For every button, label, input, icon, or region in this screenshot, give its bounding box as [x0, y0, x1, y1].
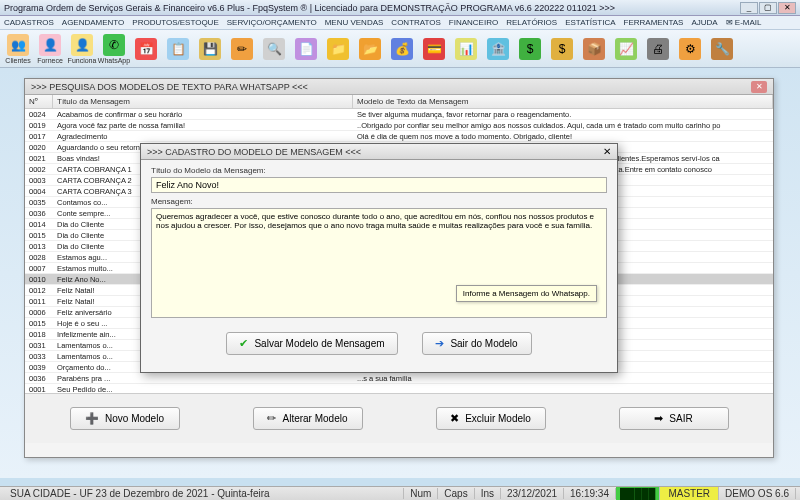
- col-modelo[interactable]: Modelo de Texto da Mensagem: [353, 95, 773, 108]
- toolbar-button[interactable]: 🏦: [484, 38, 512, 60]
- toolbar-icon: 📂: [359, 38, 381, 60]
- col-no[interactable]: Nº: [25, 95, 53, 108]
- menu-item[interactable]: SERVIÇO/ORÇAMENTO: [227, 18, 317, 27]
- panel-footer: ➕Novo Modelo ✏Alterar Modelo ✖Excluir Mo…: [25, 393, 773, 443]
- minimize-button[interactable]: _: [740, 2, 758, 14]
- table-row[interactable]: 0024Acabamos de confirmar o seu horárioS…: [25, 109, 773, 120]
- alterar-modelo-button[interactable]: ✏Alterar Modelo: [253, 407, 363, 430]
- salvar-modelo-button[interactable]: ✔Salvar Modelo de Mensagem: [226, 332, 397, 355]
- toolbar-button[interactable]: 📈: [612, 38, 640, 60]
- toolbar-icon: 📅: [135, 38, 157, 60]
- titulo-input[interactable]: [151, 177, 607, 193]
- status-master: MASTER: [660, 487, 719, 500]
- table-row[interactable]: 0001Seu Pedido de...: [25, 384, 773, 393]
- menubar: CADASTROSAGENDAMENTOPRODUTOS/ESTOQUESERV…: [0, 16, 800, 30]
- sair-button[interactable]: ➡SAIR: [619, 407, 729, 430]
- toolbar-button[interactable]: 📂: [356, 38, 384, 60]
- toolbar-button[interactable]: 💰: [388, 38, 416, 60]
- status-date: 23/12/2021: [501, 488, 564, 499]
- edit-icon: ✏: [267, 412, 276, 425]
- toolbar-icon: 👤: [39, 34, 61, 56]
- arrow-icon: ➔: [435, 337, 444, 350]
- toolbar-button[interactable]: 👥Clientes: [4, 34, 32, 64]
- toolbar-button[interactable]: ⚙: [676, 38, 704, 60]
- toolbar-icon: 👤: [71, 34, 93, 56]
- toolbar-button[interactable]: 📋: [164, 38, 192, 60]
- toolbar-button[interactable]: ✆WhatsApp: [100, 34, 128, 64]
- window-title: Programa Ordem de Serviços Gerais & Fina…: [4, 3, 740, 13]
- toolbar-button[interactable]: 📄: [292, 38, 320, 60]
- toolbar-button[interactable]: 🔍: [260, 38, 288, 60]
- toolbar-icon: $: [519, 38, 541, 60]
- toolbar-icon: 👥: [7, 34, 29, 56]
- status-progress: █████: [616, 487, 660, 500]
- toolbar-icon: 🏦: [487, 38, 509, 60]
- novo-modelo-button[interactable]: ➕Novo Modelo: [70, 407, 180, 430]
- status-caps: Caps: [438, 488, 474, 499]
- toolbar-button[interactable]: 📊: [452, 38, 480, 60]
- maximize-button[interactable]: ▢: [759, 2, 777, 14]
- modal-close-button[interactable]: ✕: [603, 146, 611, 157]
- toolbar-button[interactable]: 🖨: [644, 38, 672, 60]
- toolbar-icon: $: [551, 38, 573, 60]
- toolbar-icon: ⚙: [679, 38, 701, 60]
- toolbar-icon: ✆: [103, 34, 125, 56]
- menu-item[interactable]: PRODUTOS/ESTOQUE: [132, 18, 218, 27]
- toolbar-icon: 🔧: [711, 38, 733, 60]
- toolbar-icon: 💰: [391, 38, 413, 60]
- table-row[interactable]: 0017AgradecimentoOlá é dia de quem nos m…: [25, 131, 773, 142]
- status-left: SUA CIDADE - UF 23 de Dezembro de 2021 -…: [4, 488, 404, 499]
- titulo-label: Título do Modelo da Mensagem:: [151, 166, 607, 175]
- toolbar-icon: ✏: [231, 38, 253, 60]
- toolbar-icon: 📋: [167, 38, 189, 60]
- toolbar-button[interactable]: 💳: [420, 38, 448, 60]
- toolbar-button[interactable]: $: [548, 38, 576, 60]
- toolbar-button[interactable]: 🔧: [708, 38, 736, 60]
- toolbar-button[interactable]: ✏: [228, 38, 256, 60]
- delete-icon: ✖: [450, 412, 459, 425]
- sair-modelo-button[interactable]: ➔Sair do Modelo: [422, 332, 532, 355]
- toolbar-button[interactable]: $: [516, 38, 544, 60]
- table-row[interactable]: 0036Parabéns pra ......s a sua família: [25, 373, 773, 384]
- menu-item[interactable]: RELATÓRIOS: [506, 18, 557, 27]
- toolbar-icon: 🖨: [647, 38, 669, 60]
- table-row[interactable]: 0019Agora você faz parte de nossa famíli…: [25, 120, 773, 131]
- toolbar-icon: 📁: [327, 38, 349, 60]
- toolbar-button[interactable]: 📦: [580, 38, 608, 60]
- statusbar: SUA CIDADE - UF 23 de Dezembro de 2021 -…: [0, 486, 800, 500]
- menu-item[interactable]: FERRAMENTAS: [624, 18, 684, 27]
- check-icon: ✔: [239, 337, 248, 350]
- modal-body: Título do Modelo da Mensagem: Mensagem: …: [141, 160, 617, 326]
- menu-item[interactable]: FINANCEIRO: [449, 18, 498, 27]
- toolbar-icon: 📈: [615, 38, 637, 60]
- excluir-modelo-button[interactable]: ✖Excluir Modelo: [436, 407, 546, 430]
- toolbar-icon: 💾: [199, 38, 221, 60]
- status-time: 16:19:34: [564, 488, 616, 499]
- menu-item[interactable]: CONTRATOS: [391, 18, 440, 27]
- panel-header: >>> PESQUISA DOS MODELOS DE TEXTO PARA W…: [25, 79, 773, 95]
- toolbar-icon: 💳: [423, 38, 445, 60]
- panel-title: >>> PESQUISA DOS MODELOS DE TEXTO PARA W…: [31, 82, 751, 92]
- toolbar-button[interactable]: 💾: [196, 38, 224, 60]
- menu-item[interactable]: AGENDAMENTO: [62, 18, 125, 27]
- menu-item[interactable]: AJUDA: [691, 18, 717, 27]
- toolbar-icon: 📄: [295, 38, 317, 60]
- toolbar-button[interactable]: 📁: [324, 38, 352, 60]
- panel-close-button[interactable]: ✕: [751, 81, 767, 93]
- status-num: Num: [404, 488, 438, 499]
- menu-item[interactable]: ESTATÍSTICA: [565, 18, 615, 27]
- main-toolbar: 👥Clientes👤Fornece👤Funciona✆WhatsApp📅📋💾✏🔍…: [0, 30, 800, 68]
- plus-icon: ➕: [85, 412, 99, 425]
- toolbar-button[interactable]: 👤Fornece: [36, 34, 64, 64]
- tooltip: Informe a Mensagem do Whatsapp.: [456, 285, 597, 302]
- toolbar-button[interactable]: 👤Funciona: [68, 34, 96, 64]
- toolbar-icon: 📦: [583, 38, 605, 60]
- modal-title: >>> CADASTRO DO MODELO DE MENSAGEM <<<: [147, 147, 603, 157]
- toolbar-button[interactable]: 📅: [132, 38, 160, 60]
- menu-item[interactable]: ✉ E-MAIL: [726, 18, 762, 27]
- col-titulo[interactable]: Título da Mensagem: [53, 95, 353, 108]
- menu-item[interactable]: CADASTROS: [4, 18, 54, 27]
- exit-icon: ➡: [654, 412, 663, 425]
- close-button[interactable]: ✕: [778, 2, 796, 14]
- menu-item[interactable]: MENU VENDAS: [325, 18, 384, 27]
